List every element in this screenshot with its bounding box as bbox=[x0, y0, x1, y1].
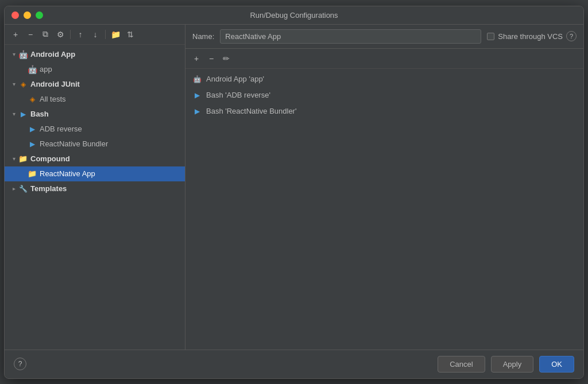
tree-item-bash[interactable]: ▶ Bash bbox=[5, 107, 185, 122]
add-run-button[interactable]: + bbox=[190, 52, 203, 65]
ok-button[interactable]: OK bbox=[539, 356, 574, 373]
toolbar-separator bbox=[70, 30, 71, 39]
android-app-label: Android App bbox=[30, 50, 75, 59]
left-toolbar: + − ⧉ ⚙ ↑ ↓ 📁 ⇅ bbox=[5, 25, 185, 45]
name-input[interactable] bbox=[220, 29, 481, 44]
remove-run-button[interactable]: − bbox=[205, 52, 218, 65]
apply-button[interactable]: Apply bbox=[491, 356, 534, 373]
config-bash-adb-icon: ▶ bbox=[192, 91, 202, 100]
right-panel: Name: Share through VCS ? + − ✏ 🤖 bbox=[185, 25, 583, 350]
reactnative-bundler-label: ReactNative Bundler bbox=[40, 139, 108, 148]
config-bash-adb-label: Bash 'ADB reverse' bbox=[206, 91, 270, 99]
footer-left: ? bbox=[14, 358, 26, 370]
templates-label: Templates bbox=[30, 184, 67, 193]
window-controls bbox=[11, 11, 43, 19]
tree-item-android-app[interactable]: 🤖 Android App bbox=[5, 47, 185, 62]
footer-right: Cancel Apply OK bbox=[438, 356, 574, 373]
footer: ? Cancel Apply OK bbox=[5, 350, 583, 378]
all-tests-label: All tests bbox=[40, 95, 66, 103]
reactnative-app-label: ReactNative App bbox=[40, 169, 95, 178]
run-debug-dialog: Run/Debug Configurations + − ⧉ ⚙ ↑ ↓ 📁 ⇅ bbox=[4, 6, 584, 379]
chevron-compound bbox=[9, 154, 18, 164]
name-label: Name: bbox=[192, 32, 214, 41]
android-icon: 🤖 bbox=[18, 50, 28, 59]
android-app-icon: 🤖 bbox=[28, 65, 37, 74]
config-item-bash-bundler[interactable]: ▶ Bash 'ReactNative Bundler' bbox=[185, 103, 583, 119]
edit-run-button[interactable]: ✏ bbox=[220, 52, 233, 65]
copy-config-button[interactable]: ⧉ bbox=[39, 28, 52, 41]
adb-reverse-label: ADB reverse bbox=[40, 125, 82, 133]
chevron-bash bbox=[9, 110, 18, 119]
bash-adb-icon: ▶ bbox=[28, 125, 37, 134]
tree-item-templates[interactable]: 🔧 Templates bbox=[5, 181, 185, 196]
chevron-templates bbox=[9, 184, 18, 193]
tree-item-compound[interactable]: 📁 Compound bbox=[5, 152, 185, 166]
compound-icon: 📁 bbox=[18, 154, 28, 164]
toolbar-separator-2 bbox=[105, 30, 106, 39]
share-vcs-checkbox[interactable] bbox=[487, 33, 494, 40]
android-junit-label: Android JUnit bbox=[30, 80, 80, 88]
compound-label: Compound bbox=[30, 154, 70, 163]
tree-item-android-junit[interactable]: ◈ Android JUnit bbox=[5, 77, 185, 92]
right-body: + − ✏ 🤖 Android App 'app' ▶ Bash 'ADB re… bbox=[185, 49, 583, 350]
bash-icon: ▶ bbox=[18, 110, 28, 119]
cancel-button[interactable]: Cancel bbox=[438, 356, 485, 373]
share-help-button[interactable]: ? bbox=[566, 31, 577, 41]
help-button[interactable]: ? bbox=[14, 358, 26, 370]
minimize-button[interactable] bbox=[24, 11, 31, 19]
left-panel: + − ⧉ ⚙ ↑ ↓ 📁 ⇅ 🤖 Android App bbox=[5, 25, 185, 350]
junit-icon: ◈ bbox=[18, 80, 28, 89]
config-toolbar: + − ✏ bbox=[185, 49, 583, 69]
config-tree: 🤖 Android App 🤖 app ◈ Android JUnit ◈ bbox=[5, 45, 185, 350]
compound-app-icon: 📁 bbox=[28, 169, 37, 179]
titlebar: Run/Debug Configurations bbox=[5, 6, 583, 25]
share-vcs-label: Share through VCS bbox=[498, 32, 563, 41]
maximize-button[interactable] bbox=[36, 11, 43, 19]
content-area: + − ⧉ ⚙ ↑ ↓ 📁 ⇅ 🤖 Android App bbox=[5, 25, 583, 350]
config-item-bash-adb[interactable]: ▶ Bash 'ADB reverse' bbox=[185, 87, 583, 103]
tree-item-reactnative-app[interactable]: 📁 ReactNative App bbox=[5, 166, 185, 181]
share-group: Share through VCS ? bbox=[487, 31, 577, 41]
tree-item-adb-reverse[interactable]: ▶ ADB reverse bbox=[5, 122, 185, 137]
templates-icon: 🔧 bbox=[18, 184, 28, 193]
chevron-junit bbox=[9, 80, 18, 89]
config-bash-bundler-label: Bash 'ReactNative Bundler' bbox=[206, 107, 296, 115]
config-list: 🤖 Android App 'app' ▶ Bash 'ADB reverse'… bbox=[185, 69, 583, 350]
tree-item-all-tests[interactable]: ◈ All tests bbox=[5, 92, 185, 107]
sort-button[interactable]: ⇅ bbox=[124, 28, 137, 41]
config-android-label: Android App 'app' bbox=[206, 75, 264, 83]
right-header: Name: Share through VCS ? bbox=[185, 25, 583, 49]
bash-label: Bash bbox=[30, 110, 49, 118]
folder-button[interactable]: 📁 bbox=[109, 28, 122, 41]
dialog-title: Run/Debug Configurations bbox=[250, 11, 338, 20]
junit-tests-icon: ◈ bbox=[28, 95, 37, 104]
config-item-android-app[interactable]: 🤖 Android App 'app' bbox=[185, 71, 583, 87]
move-down-button[interactable]: ↓ bbox=[89, 28, 102, 41]
close-button[interactable] bbox=[11, 11, 19, 19]
settings-config-button[interactable]: ⚙ bbox=[54, 28, 67, 41]
tree-item-app[interactable]: 🤖 app bbox=[5, 62, 185, 77]
move-up-button[interactable]: ↑ bbox=[74, 28, 87, 41]
bash-bundler-icon: ▶ bbox=[28, 139, 37, 149]
add-config-button[interactable]: + bbox=[9, 28, 22, 41]
tree-item-reactnative-bundler[interactable]: ▶ ReactNative Bundler bbox=[5, 137, 185, 152]
config-bash-bundler-icon: ▶ bbox=[192, 107, 202, 116]
config-android-icon: 🤖 bbox=[192, 75, 202, 84]
chevron-android-app bbox=[9, 50, 18, 59]
remove-config-button[interactable]: − bbox=[24, 28, 37, 41]
app-label: app bbox=[40, 65, 52, 73]
